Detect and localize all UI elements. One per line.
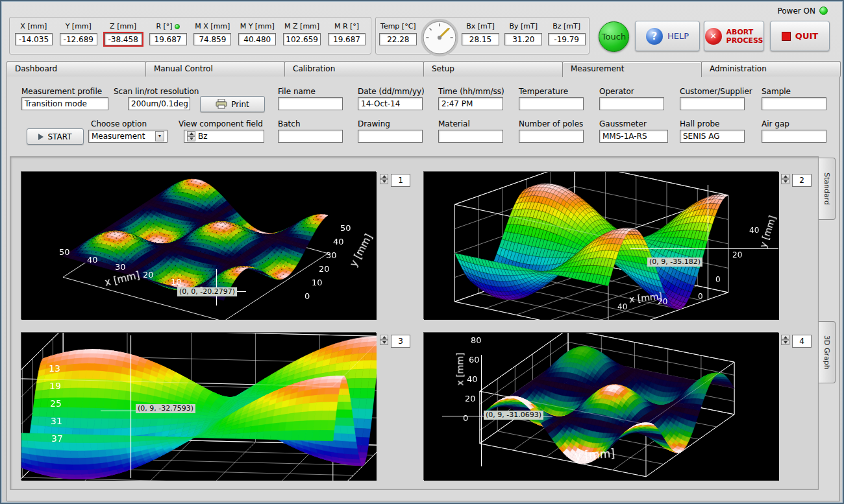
file-name-field[interactable] <box>278 97 343 110</box>
surface-plot-3[interactable] <box>21 333 377 481</box>
field-label-date: Date (dd/mm/yy) <box>358 87 425 96</box>
graph-panel-3: (0, 9, -32.7593) <box>21 332 376 480</box>
spinner-down-icon[interactable] <box>781 340 789 345</box>
material-field[interactable] <box>438 130 503 143</box>
operator-field[interactable] <box>599 97 664 110</box>
spinner-up-icon[interactable] <box>187 131 195 136</box>
field-label-gaussmeter: Gaussmeter <box>599 119 647 128</box>
surface-plot-1[interactable] <box>21 172 377 320</box>
tab-strip: Dashboard Manual Control Calibration Set… <box>6 61 840 77</box>
side-tab-3d-graph[interactable]: 3D Graph <box>819 321 836 383</box>
readout-value: 28.15 <box>462 33 499 45</box>
readout-value: 102.659 <box>283 33 321 45</box>
drawing-field[interactable] <box>358 130 423 143</box>
printer-icon <box>216 99 227 109</box>
readout-temp: Temp [°C] 22.28 <box>377 21 419 45</box>
stop-square-icon <box>782 32 791 41</box>
field-label-customer: Customer/Supplier <box>680 87 752 96</box>
time-field[interactable]: 2:47 PM <box>438 97 503 110</box>
help-button[interactable]: ? HELP <box>635 21 700 51</box>
tab-setup[interactable]: Setup <box>423 61 563 77</box>
sample-field[interactable] <box>762 97 826 110</box>
readout-label: Bx [mT] <box>466 22 495 30</box>
cursor-readout: (0, 9, -32.7593) <box>136 404 195 413</box>
window: Power ON X [mm] -14.035 Y [mm] -12.689 Z… <box>0 0 844 504</box>
field-label-view-component: View component field <box>179 119 263 128</box>
tab-administration[interactable]: Administration <box>701 61 841 77</box>
readout-my: M Y [mm] 40.480 <box>236 21 278 45</box>
readout-value: 31.20 <box>504 33 542 45</box>
measurement-profile-select[interactable]: Transition mode <box>21 97 108 110</box>
graph-panel-2: x [mm] y [mm] (0, 9, -35.182) <box>423 171 778 319</box>
spinner-down-icon[interactable] <box>380 340 388 345</box>
graph-number[interactable]: 1 <box>391 174 410 187</box>
graph-number[interactable]: 3 <box>391 335 410 348</box>
field-label-time: Time (hh/mm/ss) <box>438 87 504 96</box>
start-button[interactable]: START <box>27 128 84 145</box>
tab-calibration[interactable]: Calibration <box>284 61 424 77</box>
scan-resolution-field[interactable]: 200um/0.1deg <box>128 97 190 110</box>
spinner-down-icon[interactable] <box>380 179 388 184</box>
batch-field[interactable] <box>278 130 343 143</box>
graph-selector-1: 1 <box>380 174 410 188</box>
spinner-up-icon[interactable] <box>380 335 388 340</box>
surface-plot-2[interactable] <box>424 172 779 320</box>
hall-probe-field[interactable]: SENIS AG <box>680 130 745 143</box>
graph-panel-4: y [mm] x [mm] (0, 9, -31.0693) <box>423 332 778 480</box>
play-icon <box>38 134 43 140</box>
spinner-down-icon[interactable] <box>781 179 789 184</box>
tab-manual-control[interactable]: Manual Control <box>145 61 285 77</box>
tab-dashboard[interactable]: Dashboard <box>6 61 146 77</box>
x-circle-icon: ✕ <box>705 28 722 45</box>
graph-number[interactable]: 2 <box>792 174 812 187</box>
choose-option-select[interactable]: Measurement ▾ <box>88 130 168 143</box>
spinner-up-icon[interactable] <box>781 335 789 340</box>
spinner-up-icon[interactable] <box>380 174 388 179</box>
print-button[interactable]: Print <box>200 96 265 112</box>
temperature-field[interactable] <box>519 97 584 110</box>
readout-value: -14.035 <box>15 33 53 45</box>
readout-value: 74.859 <box>193 33 231 45</box>
tab-measurement[interactable]: Measurement <box>562 61 702 77</box>
cursor-readout: (0, 0, -20.2797) <box>177 287 237 296</box>
field-label-profile: Measurement profile <box>21 87 102 96</box>
spinner-up-icon[interactable] <box>781 174 789 179</box>
gaussmeter-field[interactable]: MMS-1A-RS <box>599 130 668 143</box>
field-label-choose-option: Choose option <box>91 119 147 128</box>
graph-selector-4: 4 <box>781 335 812 349</box>
readout-y: Y [mm] -12.689 <box>58 21 99 45</box>
field-label-batch: Batch <box>278 119 301 128</box>
view-component-stepper[interactable]: Bz <box>184 130 264 143</box>
date-field[interactable]: 14-Oct-14 <box>358 97 423 110</box>
readout-value-highlighted: -38.458 <box>105 33 142 45</box>
readout-mx: M X [mm] 74.859 <box>192 21 233 45</box>
readout-label: X [mm] <box>20 22 47 30</box>
cursor-readout: (0, 9, -31.0693) <box>484 411 543 420</box>
cursor-readout: (0, 9, -35.182) <box>647 258 702 267</box>
graph-area: x [mm] y [mm] (0, 0, -20.2797) 1 x [mm] … <box>10 156 819 490</box>
readout-by: By [mT] 31.20 <box>503 21 544 45</box>
graph-number[interactable]: 4 <box>792 335 812 348</box>
position-readout-group: X [mm] -14.035 Y [mm] -12.689 Z [mm] -38… <box>9 17 371 54</box>
chevron-down-icon[interactable]: ▾ <box>155 131 164 141</box>
quit-button[interactable]: QUIT <box>770 21 830 51</box>
readout-label: R [°] <box>156 22 172 30</box>
readout-z: Z [mm] -38.458 <box>103 21 144 45</box>
readout-mz: M Z [mm] 102.659 <box>281 21 323 45</box>
readout-label: M Z [mm] <box>284 22 319 30</box>
customer-field[interactable] <box>680 97 745 110</box>
number-of-poles-field[interactable] <box>519 130 584 143</box>
spinner-down-icon[interactable] <box>187 136 195 141</box>
readout-label: M R [°] <box>334 22 359 30</box>
readout-label: M Y [mm] <box>240 22 275 30</box>
readout-value: -12.689 <box>60 33 97 45</box>
side-tab-standard[interactable]: Standard <box>819 158 836 220</box>
readout-bz: Bz [mT] -19.79 <box>546 21 588 45</box>
touch-button[interactable]: Touch <box>599 21 629 52</box>
abort-process-button[interactable]: ✕ ABORT PROCESS <box>704 21 764 51</box>
r-led <box>175 24 180 29</box>
readout-label: Bz [mT] <box>552 22 580 30</box>
field-label-resolution: Scan lin/rot resolution <box>114 87 199 96</box>
power-label: Power ON <box>753 6 815 16</box>
air-gap-field[interactable] <box>762 130 826 143</box>
